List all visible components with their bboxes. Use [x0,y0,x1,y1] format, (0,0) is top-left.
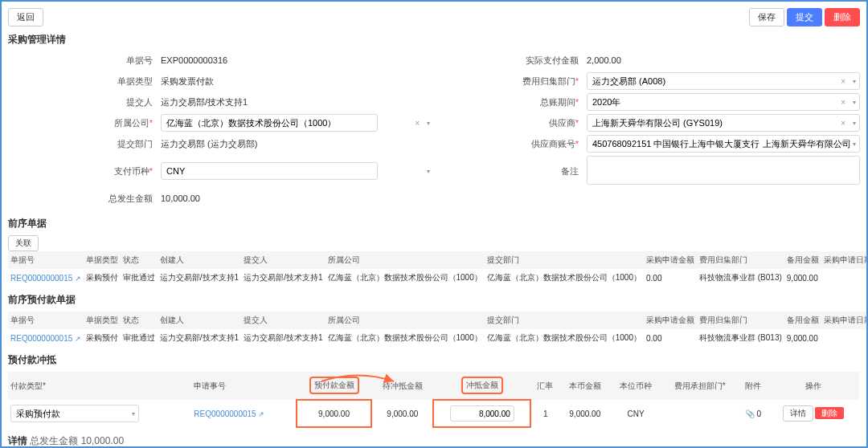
table-cell: 亿海蓝（北京）数据技术股份公司（1000） [326,269,485,287]
chevron-down-icon[interactable]: ▾ [427,120,430,127]
col-header: 单据类型 [84,251,121,269]
back-button[interactable]: 返回 [8,8,43,26]
col-prepay-highlight: 预付款金额 [309,377,359,394]
offset-title: 预付款冲抵 [8,353,860,367]
table-cell: 9,000.00 [784,269,821,287]
supplier-select[interactable] [587,114,860,132]
acct-label: 供应商账号* [434,138,587,150]
section-title: 采购管理详情 [8,33,860,47]
currency-label: 支付币种* [8,165,161,177]
delete-button[interactable]: 删除 [825,8,860,26]
col-attach: 附件 [739,372,768,400]
col-dept: 费用承担部门 [674,381,723,390]
detail-title: 详情 总发生金额 10,000.00 [8,434,860,448]
table-cell: REQ0000000015 [8,269,84,287]
table-cell: 运力交易部/技术支持1 [241,329,325,347]
period-select[interactable] [587,93,860,111]
table-cell: 运力交易部/技术支持1 [158,329,241,347]
col-header: 备用金额 [784,251,821,269]
clear-icon[interactable]: × [841,140,845,149]
col-pending: 待冲抵金额 [371,372,433,400]
col-ops: 操作 [768,372,859,400]
docno-value: EXP0000000316 [161,55,434,65]
actualpay-label: 实际支付金额 [434,55,587,67]
table-cell: 亿海蓝（北京）数据技术股份公司（1000） [485,269,644,287]
table-cell: 采购预付 [84,269,121,287]
table-cell: 审批通过 [121,329,158,347]
col-header: 提交人 [241,251,325,269]
offset-paytype-select[interactable] [10,405,139,422]
table-cell [821,329,868,347]
chevron-down-icon[interactable]: ▾ [853,141,856,148]
col-header: 单据类型 [84,312,121,329]
submit-button[interactable]: 提交 [787,8,822,26]
offset-dept-cell [661,400,739,427]
offset-delete-button[interactable]: 删除 [815,407,844,419]
total-label: 总发生金额 [8,193,161,205]
doctype-label: 单据类型 [8,75,161,88]
save-button[interactable]: 保存 [749,8,784,26]
tab-related[interactable]: 关联 [8,235,39,251]
col-header: 状态 [121,312,158,329]
submitter-label: 提交人 [8,96,161,108]
col-header: 提交人 [241,312,325,329]
doc-link[interactable]: REQ0000000015 [10,274,81,283]
col-rate: 汇率 [530,372,559,400]
company-select[interactable] [161,114,378,132]
col-header: 单据号 [8,251,84,269]
table-cell: 运力交易部/技术支持1 [158,269,241,287]
attachment-icon[interactable]: 📎 [745,409,757,418]
table-cell: 亿海蓝（北京）数据技术股份公司（1000） [485,329,644,347]
table-cell: 0.00 [644,329,697,347]
offset-pending-cell: 9,000.00 [371,400,433,427]
offset-localcur-cell: CNY [610,400,661,427]
seq1-table: 单据号单据类型状态创建人提交人所属公司提交部门采购申请金额费用归集部门备用金额采… [8,251,868,287]
col-header: 费用归集部门 [697,251,784,269]
clear-icon[interactable]: × [841,98,845,107]
acct-select[interactable] [587,135,860,153]
chevron-down-icon[interactable]: ▾ [853,78,856,85]
table-cell: 9,000.00 [784,329,821,347]
table-cell: 0.00 [644,269,697,287]
subdept-label: 提交部门 [8,138,161,150]
chevron-down-icon[interactable]: ▾ [853,99,856,106]
currency-select[interactable] [161,162,378,180]
offset-rate-cell: 1 [530,400,559,427]
doc-link[interactable]: REQ0000000015 [10,334,81,343]
seq1-title: 前序单据 [8,217,860,230]
docno-label: 单据号 [8,55,161,67]
actualpay-value: 2,000.00 [587,55,860,65]
chevron-down-icon[interactable]: ▾ [427,168,430,175]
clear-icon[interactable]: × [841,77,845,86]
table-cell: 审批通过 [121,269,158,287]
col-header: 采购申请金额 [644,312,697,329]
chevron-down-icon[interactable]: ▾ [132,410,135,417]
table-cell: 亿海蓝（北京）数据技术股份公司（1000） [326,329,485,347]
col-header: 创建人 [158,312,241,329]
col-header: 创建人 [158,251,241,269]
clear-icon[interactable]: × [841,119,845,128]
table-cell: REQ0000000015 [8,329,84,347]
offset-detail-button[interactable]: 详情 [783,405,813,422]
costdept-select[interactable] [587,72,860,90]
table-cell: 科技物流事业群 (B013) [697,329,784,347]
chevron-down-icon[interactable]: ▾ [853,120,856,127]
seq2-table: 单据号单据类型状态创建人提交人所属公司提交部门采购申请金额费用归集部门备用金额采… [8,312,868,347]
col-offset-highlight: 冲抵金额 [461,377,503,394]
offset-reqno-link[interactable]: REQ0000000015 [194,409,264,418]
col-paytype: 付款类型 [10,381,43,390]
col-header: 采购申请日期 [821,251,868,269]
table-cell: 运力交易部/技术支持1 [241,269,325,287]
offset-prepay-cell: 9,000.00 [297,400,372,427]
col-header: 采购申请日期 [821,312,868,329]
table-cell: 科技物流事业群 (B013) [697,269,784,287]
submitter-value: 运力交易部/技术支持1 [161,96,434,108]
remark-textarea[interactable] [587,156,860,185]
clear-icon[interactable]: × [415,119,420,128]
col-header: 备用金额 [784,312,821,329]
offset-amount-input[interactable] [450,405,514,422]
subdept-value: 运力交易部 (运力交易部) [161,138,434,150]
col-reqno: 申请事号 [191,372,296,400]
col-header: 采购申请金额 [644,251,697,269]
col-localcur: 本位币种 [610,372,661,400]
